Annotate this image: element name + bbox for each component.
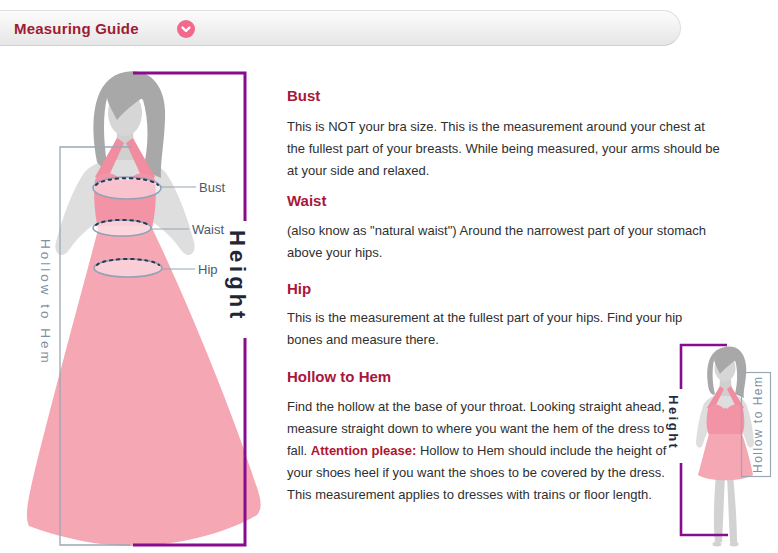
small-dress-skirt [698,434,753,480]
page-title: Measuring Guide [14,11,139,47]
bust-ellipse [93,177,161,199]
hip-heading: Hip [287,280,721,297]
hollow-to-hem-label: Hollow to Hem [38,239,53,366]
bust-label: Bust [199,180,225,195]
waist-paragraph: (also know as "natural waist") Around th… [287,220,721,264]
attention-label: Attention please: [311,443,416,458]
chevron-down-icon[interactable] [177,20,195,38]
measuring-diagram-large: Bust Waist Hip Hollow to Hem Height [25,58,265,553]
bust-paragraph: This is NOT your bra size. This is the m… [287,116,721,182]
small-dress-bodice [707,405,745,439]
hollow-to-hem-paragraph: Find the hollow at the base of your thro… [287,396,672,506]
small-figure-leg-right [727,474,737,542]
small-height-label: Height [666,395,681,450]
chevron-glyph [177,20,195,38]
waist-heading: Waist [287,192,721,209]
measuring-guide-header[interactable]: Measuring Guide [0,10,681,46]
small-hollow-label: Hollow to Hem [751,375,765,473]
measuring-guide-page: Measuring Guide [0,0,778,553]
small-figure-foot-left [713,542,722,547]
hip-label: Hip [198,262,218,277]
small-figure-leg-left [714,474,725,542]
bust-heading: Bust [287,87,721,104]
height-label: Height [225,230,250,322]
measuring-diagram-small: Hollow to Hem Height [655,338,778,553]
waist-label: Waist [192,222,224,237]
waist-ellipse [93,220,151,236]
hip-ellipse [94,259,162,277]
small-figure-foot-right [730,542,739,547]
